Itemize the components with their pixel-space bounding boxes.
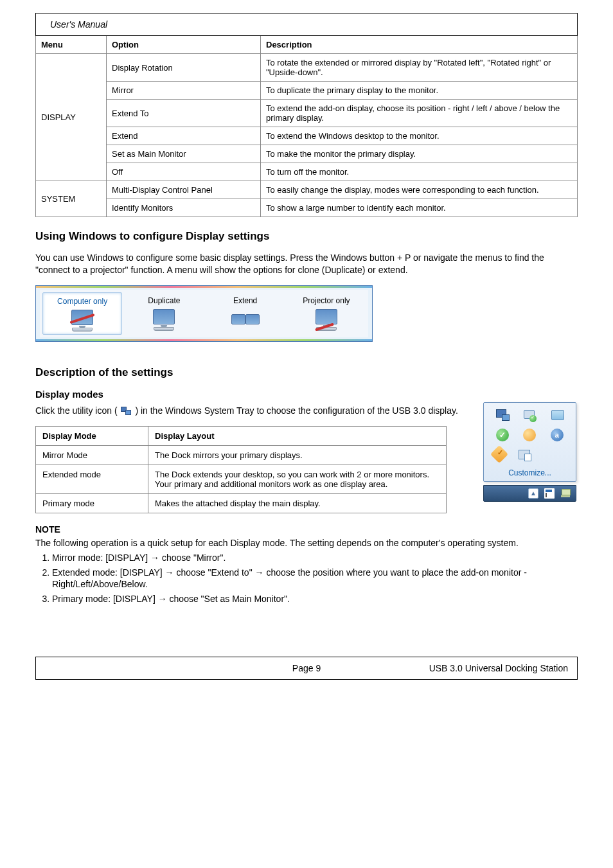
opt: Identify Monitors: [107, 199, 261, 217]
mode-cell: Primary mode: [36, 493, 148, 513]
proj-option-label: Extend: [208, 296, 283, 305]
projector-panel: Computer only Duplicate Extend: [35, 285, 373, 342]
computer-only-icon: [68, 308, 96, 333]
opt: Set as Main Monitor: [107, 145, 261, 163]
proj-option-computer-only[interactable]: Computer only: [42, 292, 122, 335]
footer-box: Page 9 USB 3.0 Universal Docking Station: [35, 657, 578, 680]
tray-monitor-ok-icon[interactable]: [522, 408, 537, 422]
desc: To extend the Windows desktop to the mon…: [261, 127, 578, 145]
tray-blue-a-icon[interactable]: [551, 429, 564, 441]
layout-cell: Makes the attached display the main disp…: [148, 493, 447, 513]
menu-system: SYSTEM: [36, 181, 107, 217]
mode-cell: Mirror Mode: [36, 445, 148, 465]
modes-th-layout: Display Layout: [148, 426, 447, 445]
note-item: Primary mode: [DISPLAY] → choose "Set as…: [52, 593, 578, 605]
proj-option-label: Duplicate: [126, 296, 202, 305]
note-item: Extended mode: [DISPLAY] → choose "Exten…: [52, 567, 578, 591]
modes-th-mode: Display Mode: [36, 426, 148, 445]
opt: Extend: [107, 127, 261, 145]
opt: Extend To: [107, 100, 261, 127]
th-option: Option: [107, 36, 261, 54]
footer-right: USB 3.0 Universal Docking Station: [429, 663, 568, 673]
opt: Off: [107, 163, 261, 181]
note-block: NOTE The following operation is a quick …: [35, 524, 578, 605]
th-menu: Menu: [36, 36, 107, 54]
note-item: Mirror mode: [DISPLAY] → choose "Mirror"…: [52, 552, 578, 564]
taskbar-notification-area: [483, 485, 576, 502]
layout-cell: The Dock extends your desktop, so you ca…: [148, 465, 447, 493]
display-modes-heading: Display modes: [35, 388, 578, 401]
section1-p1: You can use Windows to configure some ba…: [35, 252, 578, 276]
tray-orange-round-icon[interactable]: [523, 429, 536, 441]
desc: To easily change the display, modes were…: [261, 181, 578, 199]
desc: To turn off the monitor.: [261, 163, 578, 181]
menu-display: DISPLAY: [36, 54, 107, 181]
projector-only-icon: [312, 308, 341, 332]
mode-cell: Extended mode: [36, 465, 148, 493]
opt: Display Rotation: [107, 54, 261, 82]
desc: To make the monitor the primary display.: [261, 145, 578, 163]
proj-option-extend[interactable]: Extend: [206, 292, 285, 335]
tray-customize-link[interactable]: Customize...: [508, 468, 551, 477]
extend-icon: [231, 308, 260, 332]
note-label: NOTE: [35, 524, 60, 535]
tray-display-utility-icon[interactable]: [495, 408, 510, 422]
proj-option-label: Computer only: [44, 297, 120, 306]
system-tray-popup: Customize...: [483, 402, 576, 502]
proj-option-projector-only[interactable]: Projector only: [287, 292, 366, 335]
desc: To extend the add-on display, choose its…: [261, 100, 578, 127]
lead-b: ) in the Windows System Tray to choose t…: [135, 405, 458, 416]
tray-orange-diamond-icon[interactable]: [490, 445, 508, 463]
tray-monitor-page-icon[interactable]: [517, 448, 531, 462]
layout-cell: The Dock mirrors your primary displays.: [148, 445, 447, 465]
header-box: User's Manual: [35, 13, 578, 36]
options-table: Menu Option Description DISPLAY Display …: [35, 35, 578, 217]
utility-tray-icon: [121, 407, 131, 416]
opt: Multi-Display Control Panel: [107, 181, 261, 199]
duplicate-icon: [150, 308, 178, 332]
tray-window-icon[interactable]: [550, 408, 564, 422]
tray-check-green-icon[interactable]: [496, 429, 509, 441]
show-hidden-icons-button[interactable]: [528, 488, 538, 499]
note-intro: The following operation is a quick setup…: [35, 537, 578, 549]
desc: To rotate the extended or mirrored displ…: [261, 54, 578, 82]
modes-table: Display Mode Display Layout Mirror Mode …: [35, 426, 447, 513]
desc: To show a large number to identify each …: [261, 199, 578, 217]
action-center-flag-icon[interactable]: [544, 488, 555, 499]
header-label: User's Manual: [36, 19, 107, 30]
section2-title: Description of the settings: [35, 366, 578, 379]
th-desc: Description: [261, 36, 578, 54]
proj-option-duplicate[interactable]: Duplicate: [125, 292, 203, 335]
section1-title: Using Windows to configure Display setti…: [35, 230, 578, 243]
lead-a: Click the utility icon (: [35, 405, 118, 416]
proj-option-label: Projector only: [289, 296, 364, 305]
note-list: Mirror mode: [DISPLAY] → choose "Mirror"…: [35, 552, 578, 606]
desc: To duplicate the primary display to the …: [261, 82, 578, 100]
power-battery-icon[interactable]: [560, 488, 571, 499]
opt: Mirror: [107, 82, 261, 100]
